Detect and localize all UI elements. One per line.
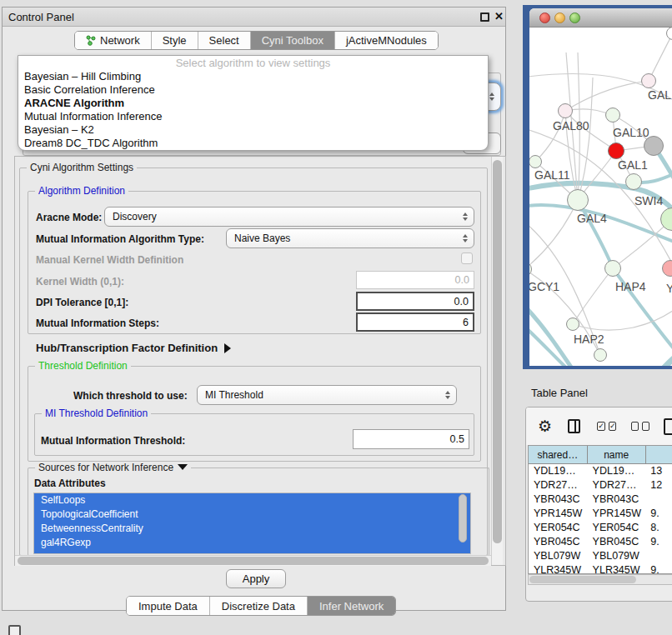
network-window-titlebar[interactable] — [529, 8, 672, 28]
table-row[interactable]: YDR27…YDR27…12 — [529, 478, 672, 492]
attribute-item[interactable]: SelfLoops — [34, 493, 470, 508]
node-gal-partial[interactable] — [641, 73, 656, 88]
mi-threshold-definition-title: MI Threshold Definition — [42, 408, 151, 419]
algorithm-option[interactable]: Bayesian – K2 — [18, 123, 488, 137]
column-header-shared-name[interactable]: shared… — [529, 446, 588, 463]
close-icon[interactable]: ✕ — [494, 10, 504, 22]
minimized-panel-icon[interactable] — [8, 625, 21, 635]
aracne-mode-combobox[interactable]: Discovery — [104, 207, 474, 227]
checked-checkbox-icon[interactable]: ✓ — [609, 422, 617, 431]
checked-checkbox-icon[interactable]: ✓ — [597, 422, 605, 431]
manual-kernel-width-label: Manual Kernel Width Definition — [36, 254, 183, 266]
node-partial-bottom[interactable] — [594, 348, 607, 362]
tab-infer-network[interactable]: Infer Network — [308, 597, 395, 615]
minimize-traffic-light-icon[interactable] — [554, 12, 565, 23]
algorithm-option[interactable]: Dream8 DC_TDC Algorithm — [18, 137, 488, 150]
unchecked-checkbox-icon[interactable] — [631, 422, 639, 431]
tab-discretize-data[interactable]: Discretize Data — [210, 597, 308, 615]
control-panel: Control Panel ✕ Network Style Select Cyn… — [2, 7, 506, 611]
network-window: GAL GAL80 GAL10 GAL1 GAL11 GAL4 SWI4 GCY… — [529, 8, 672, 366]
expand-right-icon — [224, 343, 231, 353]
node-hap2[interactable] — [566, 318, 579, 331]
attribute-item[interactable] — [34, 550, 470, 554]
attribute-item[interactable]: TopologicalCoefficient — [34, 508, 470, 522]
node-gal4[interactable] — [567, 189, 589, 211]
mi-algorithm-type-combobox[interactable]: Naive Bayes — [226, 228, 474, 248]
table-row[interactable]: YBR045CYBR045C9. — [529, 535, 672, 549]
dpi-tolerance-field[interactable]: 0.0 — [356, 292, 474, 311]
control-panel-titlebar: Control Panel ✕ — [3, 8, 505, 27]
tab-cyni-toolbox[interactable]: Cyni Toolbox — [251, 32, 335, 49]
zoom-traffic-light-icon[interactable] — [569, 12, 580, 23]
aracne-mode-label: Aracne Mode: — [36, 212, 102, 223]
algorithm-option-selected[interactable]: ARACNE Algorithm — [18, 97, 488, 110]
algorithm-option[interactable]: Basic Correlation Inference — [18, 83, 488, 97]
bottom-tabs: Impute Data Discretize Data Infer Networ… — [126, 596, 396, 616]
node-gal1[interactable] — [625, 173, 642, 190]
column-header-partial[interactable] — [646, 446, 672, 463]
mi-threshold-field[interactable]: 0.5 — [353, 429, 469, 449]
algorithm-prompt: Select algorithm to view settings — [18, 56, 488, 70]
unchecked-checkbox-icon[interactable] — [642, 422, 649, 431]
attribute-item[interactable]: gal4RGexp — [34, 536, 470, 550]
data-attributes-label: Data Attributes — [34, 478, 106, 489]
table-panel: ⚙ ✓ ✓ shared… name YDL19…YDL19…13 YDR27…… — [525, 407, 672, 602]
hub-definition-expander[interactable]: Hub/Transcription Factor Definition — [36, 342, 231, 354]
node-label: Y — [666, 282, 672, 295]
columns-icon[interactable] — [568, 419, 580, 433]
node-gal10[interactable] — [605, 108, 620, 122]
tab-select[interactable]: Select — [198, 32, 251, 49]
page-icon[interactable] — [664, 418, 672, 435]
kernel-width-label: Kernel Width (0,1): — [36, 276, 124, 288]
attribute-item[interactable]: BetweennessCentrality — [34, 522, 470, 536]
table-row[interactable]: YBR043CYBR043C — [529, 492, 672, 507]
tab-network-label: Network — [100, 34, 140, 47]
stepper-icon — [463, 212, 468, 221]
cyni-algorithm-settings-title: Cyni Algorithm Settings — [27, 162, 137, 173]
gear-icon[interactable]: ⚙ — [538, 417, 552, 436]
mi-algorithm-type-label: Mutual Information Algorithm Type: — [36, 233, 204, 245]
algorithm-option[interactable]: Bayesian – Hill Climbing — [18, 70, 488, 83]
table-row[interactable]: YDL19…YDL19…13 — [529, 464, 672, 478]
node-label: HAP2 — [574, 332, 604, 346]
tab-network[interactable]: Network — [75, 32, 152, 49]
tab-jactivemnodules[interactable]: jActiveMNodules — [335, 32, 438, 49]
float-window-icon[interactable] — [480, 12, 489, 22]
table-panel-title: Table Panel — [531, 387, 588, 399]
vertical-scrollbar-thumb[interactable] — [493, 160, 502, 543]
algorithm-option[interactable]: Mutual Information Inference — [18, 110, 488, 123]
node-label: GCY1 — [529, 280, 559, 293]
node-red-selected[interactable] — [608, 142, 624, 159]
control-panel-tabs: Network Style Select Cyni Toolbox jActiv… — [74, 31, 439, 50]
dpi-tolerance-label: DPI Tolerance [0,1]: — [36, 297, 128, 308]
table-row[interactable]: YER054CYER054C8. — [529, 521, 672, 535]
mi-steps-field[interactable]: 6 — [356, 312, 474, 332]
node-gal80[interactable] — [558, 103, 573, 118]
node-label: GAL11 — [534, 168, 570, 182]
node-hap4[interactable] — [604, 260, 621, 277]
manual-kernel-width-checkbox[interactable] — [461, 252, 473, 264]
node-label: GAL10 — [613, 126, 649, 139]
tab-impute-data[interactable]: Impute Data — [127, 597, 210, 615]
kernel-width-field[interactable]: 0.0 — [356, 271, 474, 289]
sources-title[interactable]: Sources for Network Inference — [35, 462, 191, 473]
table-hscrollbar-thumb[interactable] — [529, 576, 636, 583]
threshold-definition-title: Threshold Definition — [35, 360, 131, 372]
column-header-name[interactable]: name — [588, 446, 646, 463]
control-panel-title: Control Panel — [8, 11, 74, 23]
table-row[interactable]: YBL079WYBL079W — [529, 549, 672, 563]
apply-button[interactable]: Apply — [226, 569, 286, 588]
node-label: SWI4 — [634, 194, 663, 208]
table-row[interactable]: YPR145WYPR145W9. — [529, 507, 672, 521]
network-canvas[interactable]: GAL GAL80 GAL10 GAL1 GAL11 GAL4 SWI4 GCY… — [529, 28, 672, 366]
table-header: shared… name — [529, 446, 672, 464]
horizontal-scrollbar-thumb[interactable] — [18, 557, 489, 565]
table-row[interactable]: YLR345WYLR345W9. — [529, 563, 672, 574]
close-traffic-light-icon[interactable] — [539, 12, 550, 23]
which-threshold-combobox[interactable]: MI Threshold — [197, 385, 457, 405]
tab-style[interactable]: Style — [152, 32, 198, 49]
collapse-down-icon — [178, 464, 188, 470]
list-scrollbar-thumb[interactable] — [459, 494, 467, 542]
node-table: shared… name YDL19…YDL19…13 YDR27…YDR27…… — [528, 445, 672, 574]
node-label: GAL4 — [577, 212, 607, 225]
